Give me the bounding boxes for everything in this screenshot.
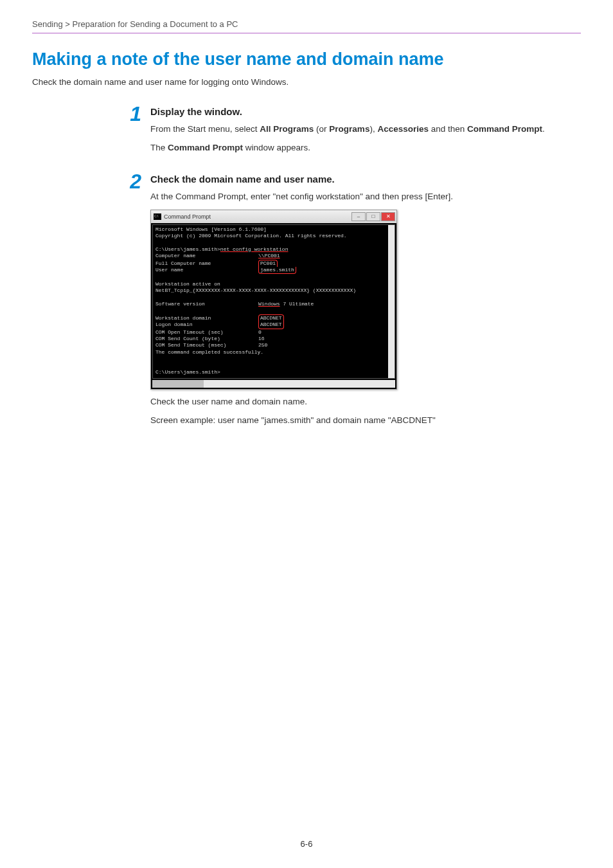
breadcrumb: Sending > Preparation for Sending a Docu…	[32, 19, 581, 29]
command-prompt-title: Command Prompt	[164, 213, 211, 220]
cmd-line	[155, 356, 392, 362]
command-prompt-window: Command Prompt – □ ✕ Microsoft Windows […	[150, 210, 397, 390]
cmd-line: Full Computer namePC001	[155, 260, 392, 267]
step-2-body-2: Check the user name and domain name.	[150, 396, 581, 408]
cmd-line: Workstation domainABCDNET	[155, 314, 392, 321]
command-prompt-body: Microsoft Windows [Version 6.1.7600] Cop…	[152, 224, 395, 379]
cmd-line: The command completed successfully.	[155, 349, 392, 356]
step-2: 2 Check the domain name and user name. A…	[32, 174, 581, 433]
close-button[interactable]: ✕	[381, 212, 395, 221]
step-2-body-3: Screen example: user name "james.smith" …	[150, 415, 581, 427]
cmd-line: Microsoft Windows [Version 6.1.7600]	[155, 226, 392, 233]
step-1-body-1: From the Start menu, select All Programs…	[150, 123, 581, 136]
step-2-body-1: At the Command Prompt, enter "net config…	[150, 191, 581, 203]
page-title: Making a note of the user name and domai…	[32, 50, 581, 69]
divider	[32, 33, 581, 33]
cmd-line: COM Send Timeout (msec)250	[155, 342, 392, 348]
cmd-line	[155, 307, 392, 314]
step-2-number: 2	[119, 171, 141, 433]
cmd-line	[155, 294, 392, 301]
scrollbar-vertical[interactable]	[388, 225, 395, 378]
cmd-line: NetBT_Tcpip_{XXXXXXXX-XXXX-XXXX-XXXX-XXX…	[155, 287, 392, 294]
page-number: 6-6	[0, 839, 613, 849]
step-2-title: Check the domain name and user name.	[150, 174, 581, 185]
cmd-line: User namejames.smith	[155, 267, 392, 274]
scrollbar-horizontal[interactable]	[152, 380, 395, 388]
step-1-number: 1	[119, 104, 141, 161]
minimize-button[interactable]: –	[351, 212, 366, 221]
step-1: 1 Display the window. From the Start men…	[32, 106, 581, 161]
cmd-line: C:\Users\james.smith>net config workstat…	[155, 246, 392, 253]
step-1-title: Display the window.	[150, 106, 581, 117]
cmd-line: Copyright (c) 2009 Microsoft Corporation…	[155, 233, 392, 239]
cmd-line	[155, 362, 392, 368]
step-1-body-2: The Command Prompt window appears.	[150, 142, 581, 154]
maximize-button[interactable]: □	[366, 212, 380, 221]
cmd-line	[155, 274, 392, 280]
command-prompt-icon	[154, 213, 161, 220]
cmd-line: Logon domainABCDNET	[155, 321, 392, 329]
cmd-line: Workstation active on	[155, 281, 392, 287]
cmd-line: C:\Users\james.smith>	[155, 369, 392, 375]
cmd-line	[155, 239, 392, 246]
cmd-line: COM Open Timeout (sec)0	[155, 329, 392, 336]
cmd-line: Software versionWindows 7 Ultimate	[155, 301, 392, 307]
cmd-line: COM Send Count (byte)16	[155, 336, 392, 342]
cmd-line: Computer name\\PC001	[155, 253, 392, 259]
intro-text: Check the domain name and user name for …	[32, 77, 581, 87]
command-prompt-titlebar: Command Prompt – □ ✕	[151, 210, 396, 223]
